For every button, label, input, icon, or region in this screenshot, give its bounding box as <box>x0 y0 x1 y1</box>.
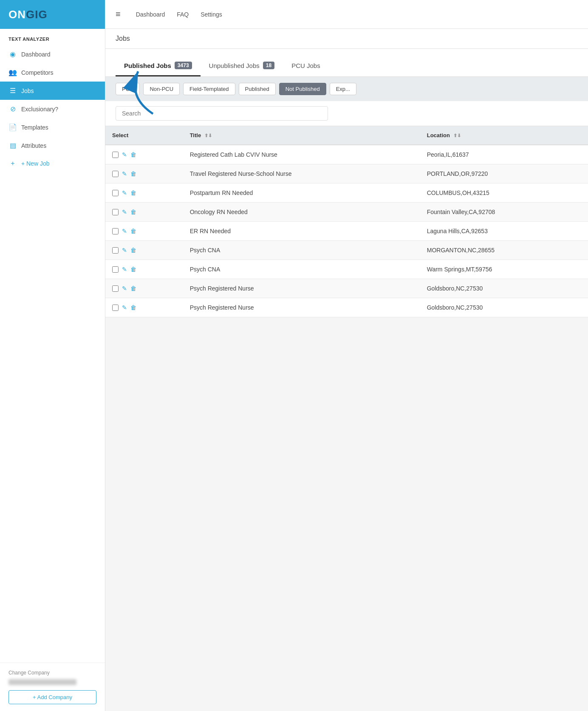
logo-gig: GIG <box>26 8 48 21</box>
sidebar-section-label: TEXT ANALYZER <box>0 29 105 45</box>
sidebar-item-attributes[interactable]: ▤ Attributes <box>0 136 105 155</box>
row-checkbox[interactable] <box>112 247 119 254</box>
location-sort-icon: ⬆⬇ <box>453 133 461 138</box>
competitors-icon: 👥 <box>8 68 17 76</box>
job-location: Laguna Hills,CA,92653 <box>420 222 588 241</box>
col-title[interactable]: Title ⬆⬇ <box>183 126 420 145</box>
tab-label: Published Jobs <box>124 62 171 69</box>
sidebar-item-label: + New Job <box>21 160 50 167</box>
logo-on: ON <box>8 8 26 21</box>
job-title: Postpartum RN Needed <box>183 183 420 203</box>
sidebar-item-dashboard[interactable]: ◉ Dashboard <box>0 45 105 63</box>
sidebar-nav: ◉ Dashboard 👥 Competitors ☰ Jobs ⊘ Exclu… <box>0 45 105 663</box>
sidebar-item-label: Competitors <box>21 69 53 76</box>
job-title: Psych Registered Nurse <box>183 298 420 317</box>
delete-icon[interactable]: 🗑 <box>130 189 136 196</box>
table-row: ✎ 🗑 Travel Registered Nurse-School Nurse… <box>105 164 588 183</box>
filter-non-pcu[interactable]: Non-PCU <box>143 83 180 95</box>
topnav-faq[interactable]: FAQ <box>177 9 189 20</box>
filter-field-templated[interactable]: Field-Templated <box>183 83 235 95</box>
sidebar-item-exclusionary[interactable]: ⊘ Exclusionary? <box>0 100 105 118</box>
edit-icon[interactable]: ✎ <box>122 247 127 254</box>
sidebar: ONGIG TEXT ANALYZER ◉ Dashboard 👥 Compet… <box>0 0 105 711</box>
tab-label: PCU Jobs <box>291 62 320 69</box>
dashboard-icon: ◉ <box>8 50 17 58</box>
delete-icon[interactable]: 🗑 <box>130 247 136 254</box>
row-checkbox[interactable] <box>112 266 119 273</box>
sidebar-item-competitors[interactable]: 👥 Competitors <box>0 63 105 82</box>
jobs-table: Select Title ⬆⬇ Location ⬆⬇ <box>105 126 588 317</box>
job-location: MORGANTON,NC,28655 <box>420 241 588 260</box>
add-company-button[interactable]: + Add Company <box>8 690 96 704</box>
main-tabs: Published Jobs 3473 Unpublished Jobs 18 … <box>116 56 578 76</box>
topnav-dashboard[interactable]: Dashboard <box>136 9 165 20</box>
select-cell: ✎ 🗑 <box>105 260 183 279</box>
job-title: Psych Registered Nurse <box>183 279 420 298</box>
job-location: Goldsboro,NC,27530 <box>420 298 588 317</box>
edit-icon[interactable]: ✎ <box>122 170 127 177</box>
tab-pcu-jobs[interactable]: PCU Jobs <box>283 56 329 76</box>
filter-expired[interactable]: Exp... <box>330 83 356 95</box>
row-checkbox[interactable] <box>112 171 119 177</box>
col-location[interactable]: Location ⬆⬇ <box>420 126 588 145</box>
filter-pcu[interactable]: PCU <box>116 83 140 95</box>
delete-icon[interactable]: 🗑 <box>130 151 136 158</box>
row-checkbox[interactable] <box>112 305 119 311</box>
page-title: Jobs <box>116 35 130 42</box>
sidebar-item-label: Jobs <box>21 87 34 94</box>
table-row: ✎ 🗑 Psych CNA MORGANTON,NC,28655 <box>105 241 588 260</box>
tab-unpublished-jobs[interactable]: Unpublished Jobs 18 <box>201 56 283 76</box>
filter-bar: PCU Non-PCU Field-Templated Published No… <box>105 77 588 101</box>
filter-not-published[interactable]: Not Published <box>279 83 326 95</box>
edit-icon[interactable]: ✎ <box>122 209 127 215</box>
row-checkbox[interactable] <box>112 209 119 215</box>
edit-icon[interactable]: ✎ <box>122 151 127 158</box>
row-checkbox[interactable] <box>112 228 119 234</box>
company-name-blurred <box>8 679 76 685</box>
main-content: ≡ Dashboard FAQ Settings Jobs Published … <box>105 0 588 711</box>
sidebar-bottom: Change Company + Add Company <box>0 663 105 711</box>
edit-icon[interactable]: ✎ <box>122 266 127 273</box>
edit-icon[interactable]: ✎ <box>122 304 127 311</box>
select-cell: ✎ 🗑 <box>105 145 183 164</box>
table-row: ✎ 🗑 Oncology RN Needed Fountain Valley,C… <box>105 203 588 222</box>
row-checkbox[interactable] <box>112 152 119 158</box>
job-title: Oncology RN Needed <box>183 203 420 222</box>
delete-icon[interactable]: 🗑 <box>130 170 136 177</box>
table-row: ✎ 🗑 Postpartum RN Needed COLUMBUS,OH,432… <box>105 183 588 203</box>
search-input[interactable] <box>116 106 328 121</box>
job-location: PORTLAND,OR,97220 <box>420 164 588 183</box>
job-location: Fountain Valley,CA,92708 <box>420 203 588 222</box>
table-row: ✎ 🗑 Psych Registered Nurse Goldsboro,NC,… <box>105 298 588 317</box>
job-title: Registered Cath Lab CVIV Nurse <box>183 145 420 164</box>
sidebar-item-templates[interactable]: 📄 Templates <box>0 118 105 136</box>
edit-icon[interactable]: ✎ <box>122 228 127 234</box>
sidebar-item-new-job[interactable]: + + New Job <box>0 155 105 172</box>
edit-icon[interactable]: ✎ <box>122 189 127 196</box>
sidebar-item-jobs[interactable]: ☰ Jobs <box>0 82 105 100</box>
tab-badge-published: 3473 <box>175 62 192 69</box>
delete-icon[interactable]: 🗑 <box>130 266 136 273</box>
page-content: Published Jobs 3473 Unpublished Jobs 18 … <box>105 49 588 711</box>
search-bar <box>105 101 588 126</box>
delete-icon[interactable]: 🗑 <box>130 228 136 234</box>
sidebar-item-label: Templates <box>21 124 48 131</box>
hamburger-icon[interactable]: ≡ <box>116 9 121 19</box>
main-tabs-section: Published Jobs 3473 Unpublished Jobs 18 … <box>105 49 588 77</box>
edit-icon[interactable]: ✎ <box>122 285 127 292</box>
filter-published[interactable]: Published <box>239 83 276 95</box>
table-header-row: Select Title ⬆⬇ Location ⬆⬇ <box>105 126 588 145</box>
topnav-settings[interactable]: Settings <box>201 9 222 20</box>
attributes-icon: ▤ <box>8 141 17 150</box>
delete-icon[interactable]: 🗑 <box>130 285 136 292</box>
select-cell: ✎ 🗑 <box>105 164 183 183</box>
table-row: ✎ 🗑 Psych Registered Nurse Goldsboro,NC,… <box>105 279 588 298</box>
delete-icon[interactable]: 🗑 <box>130 304 136 311</box>
row-checkbox[interactable] <box>112 285 119 292</box>
col-select: Select <box>105 126 183 145</box>
select-cell: ✎ 🗑 <box>105 183 183 203</box>
delete-icon[interactable]: 🗑 <box>130 209 136 215</box>
tab-published-jobs[interactable]: Published Jobs 3473 <box>116 56 201 76</box>
exclusionary-icon: ⊘ <box>8 105 17 113</box>
row-checkbox[interactable] <box>112 190 119 196</box>
